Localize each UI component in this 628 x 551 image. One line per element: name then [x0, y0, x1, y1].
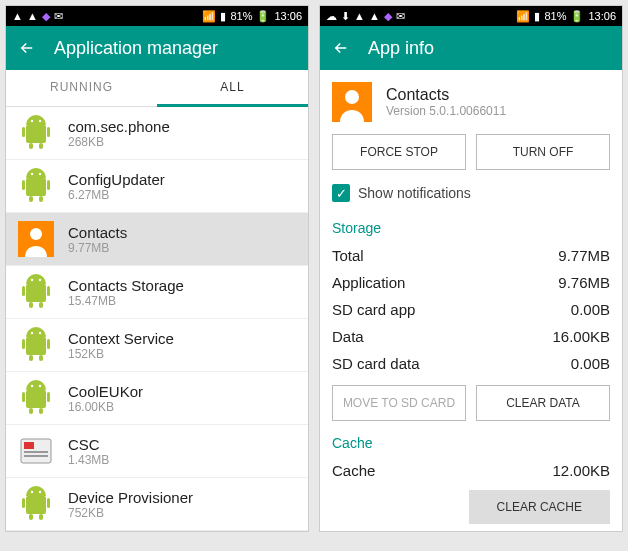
clear-data-button[interactable]: CLEAR DATA [476, 385, 610, 421]
notif-icon: ◆ [384, 10, 392, 23]
svg-rect-15 [39, 196, 43, 202]
app-name: Contacts [386, 86, 506, 104]
status-bar: ☁ ⬇ ▲ ▲ ◆ ✉ 📶 ▮ 81% 🔋 13:06 [320, 6, 622, 26]
svg-rect-35 [39, 355, 43, 361]
app-size: 152KB [68, 347, 174, 361]
svg-rect-57 [39, 514, 43, 520]
clock: 13:06 [274, 10, 302, 22]
contacts-icon [332, 82, 372, 122]
header: Application manager [6, 26, 308, 70]
storage-key: Application [332, 274, 405, 291]
svg-rect-9 [26, 178, 46, 196]
app-name: CSC [68, 436, 109, 453]
storage-row: SD card app0.00B [320, 296, 622, 323]
warning-icon: ▲ [354, 10, 365, 23]
svg-point-16 [31, 173, 33, 175]
page-title: App info [368, 38, 434, 59]
battery-icon: 🔋 [570, 10, 584, 23]
cache-section-title: Cache [320, 429, 622, 457]
svg-point-59 [39, 491, 41, 493]
warning-icon: ▲ [27, 10, 38, 23]
clear-cache-button[interactable]: CLEAR CACHE [469, 490, 610, 524]
svg-point-37 [39, 332, 41, 334]
svg-rect-14 [29, 196, 33, 202]
android-icon [18, 327, 54, 363]
show-notifications-checkbox[interactable]: ✓ Show notifications [320, 180, 622, 214]
app-name: CoolEUKor [68, 383, 143, 400]
svg-rect-12 [22, 180, 25, 190]
app-list[interactable]: com.sec.phone268KBConfigUpdater6.27MBCon… [6, 107, 308, 531]
check-icon: ✓ [332, 184, 350, 202]
app-name: Context Service [68, 330, 174, 347]
app-size: 268KB [68, 135, 170, 149]
storage-value: 0.00B [571, 301, 610, 318]
tab-all[interactable]: ALL [157, 70, 308, 107]
app-row[interactable]: Device Provisioner752KB [6, 478, 308, 531]
app-header: Contacts Version 5.0.1.0066011 [320, 70, 622, 134]
svg-rect-34 [29, 355, 33, 361]
storage-key: SD card data [332, 355, 420, 372]
storage-row: Total9.77MB [320, 242, 622, 269]
back-icon[interactable] [332, 39, 350, 57]
storage-value: 16.00KB [552, 328, 610, 345]
app-name: ConfigUpdater [68, 171, 165, 188]
svg-point-36 [31, 332, 33, 334]
back-icon[interactable] [18, 39, 36, 57]
app-row[interactable]: Context Service152KB [6, 319, 308, 372]
svg-rect-42 [47, 392, 50, 402]
battery-icon: 🔋 [256, 10, 270, 23]
app-row[interactable]: Contacts Storage15.47MB [6, 266, 308, 319]
app-name: Contacts [68, 224, 127, 241]
move-to-sd-button: MOVE TO SD CARD [332, 385, 466, 421]
csc-icon [18, 433, 54, 469]
app-row[interactable]: CSC1.43MB [6, 425, 308, 478]
app-row[interactable]: ConfigUpdater6.27MB [6, 160, 308, 213]
svg-rect-55 [47, 498, 50, 508]
storage-row: Application9.76MB [320, 269, 622, 296]
svg-rect-5 [29, 143, 33, 149]
checkbox-label: Show notifications [358, 185, 471, 201]
app-row[interactable]: com.sec.phone268KB [6, 107, 308, 160]
app-size: 6.27MB [68, 188, 165, 202]
app-version: Version 5.0.1.0066011 [386, 104, 506, 118]
warning-icon: ▲ [12, 10, 23, 23]
svg-rect-54 [22, 498, 25, 508]
svg-rect-41 [22, 392, 25, 402]
app-info-screen: ☁ ⬇ ▲ ▲ ◆ ✉ 📶 ▮ 81% 🔋 13:06 App info Con… [319, 5, 623, 532]
svg-point-8 [39, 120, 41, 122]
status-bar: ▲ ▲ ◆ ✉ 📶 ▮ 81% 🔋 13:06 [6, 6, 308, 26]
storage-value: 9.76MB [558, 274, 610, 291]
storage-value: 0.00B [571, 355, 610, 372]
svg-rect-0 [26, 125, 46, 143]
app-size: 752KB [68, 506, 193, 520]
cache-value: 12.00KB [552, 462, 610, 479]
svg-rect-24 [47, 286, 50, 296]
svg-rect-3 [22, 127, 25, 137]
storage-key: Total [332, 247, 364, 264]
storage-row: Data16.00KB [320, 323, 622, 350]
notif-icon: ◆ [42, 10, 50, 23]
download-icon: ⬇ [341, 10, 350, 23]
svg-rect-43 [29, 408, 33, 414]
app-row[interactable]: Contacts9.77MB [6, 213, 308, 266]
android-icon [18, 380, 54, 416]
svg-rect-33 [47, 339, 50, 349]
svg-rect-13 [47, 180, 50, 190]
app-manager-screen: ▲ ▲ ◆ ✉ 📶 ▮ 81% 🔋 13:06 Application mana… [5, 5, 309, 532]
android-icon [18, 486, 54, 522]
turn-off-button[interactable]: TURN OFF [476, 134, 610, 170]
app-name: Contacts Storage [68, 277, 184, 294]
tab-running[interactable]: RUNNING [6, 70, 157, 106]
svg-rect-51 [26, 496, 46, 514]
svg-rect-44 [39, 408, 43, 414]
app-row[interactable]: CoolEUKor16.00KB [6, 372, 308, 425]
svg-point-46 [39, 385, 41, 387]
app-size: 16.00KB [68, 400, 143, 414]
force-stop-button[interactable]: FORCE STOP [332, 134, 466, 170]
app-size: 9.77MB [68, 241, 127, 255]
svg-rect-32 [22, 339, 25, 349]
android-icon [18, 168, 54, 204]
android-icon [18, 274, 54, 310]
svg-rect-6 [39, 143, 43, 149]
svg-rect-23 [22, 286, 25, 296]
